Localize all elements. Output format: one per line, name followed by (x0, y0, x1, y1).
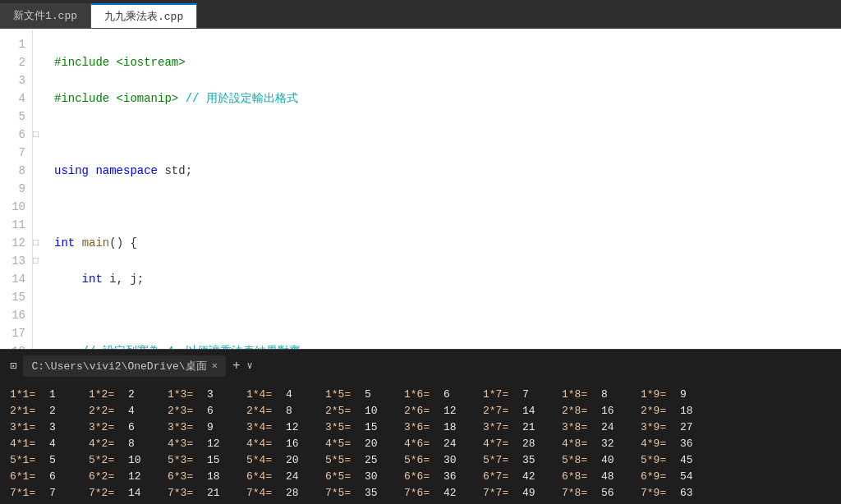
term-cell-val: 18 (443, 419, 483, 436)
term-cell-label: 3*2= (89, 419, 128, 436)
term-cell-val: 36 (443, 469, 483, 485)
term-cell-val: 45 (680, 452, 719, 469)
term-cell-val: 32 (601, 436, 641, 452)
term-cell-label: 6*5= (325, 469, 365, 485)
code-line-2: #include <iomanip> // 用於設定輸出格式 (54, 89, 841, 108)
term-cell-label: 3*8= (562, 419, 601, 436)
term-cell-val: 3 (207, 387, 246, 403)
term-cell-val: 7 (522, 387, 562, 403)
line-numbers: 12345 678910 1112131415 1617181920 21 (0, 29, 33, 349)
term-cell-val: 42 (443, 485, 483, 502)
term-cell-label: 2*8= (562, 403, 601, 419)
term-cell-label: 3*5= (325, 419, 365, 436)
term-cell-val: 14 (522, 403, 562, 419)
term-cell-label: 5*7= (483, 452, 522, 469)
term-cell-label: 7*8= (562, 485, 601, 502)
term-cell-val: 24 (443, 436, 483, 452)
term-cell-val: 7 (49, 485, 89, 502)
term-cell-val: 5 (49, 452, 89, 469)
term-cell-label: 2*7= (483, 403, 522, 419)
term-cell-val: 63 (680, 485, 719, 502)
term-cell-val: 42 (522, 469, 562, 485)
fold-13[interactable]: □ (33, 252, 48, 270)
term-cell-val: 30 (365, 469, 404, 485)
term-cell-label: 2*9= (641, 403, 680, 419)
term-cell-val: 6 (128, 419, 168, 436)
term-cell-label: 4*1= (10, 436, 49, 452)
term-cell-val: 2 (128, 387, 168, 403)
term-cell-val: 35 (522, 452, 562, 469)
fold-6[interactable]: □ (33, 126, 48, 144)
tab-label: 新文件1.cpp (13, 8, 77, 23)
term-cell-label: 6*6= (404, 469, 443, 485)
tab-bar: 新文件1.cpp 九九乘法表.cpp (0, 0, 841, 29)
term-cell-label: 5*1= (10, 452, 49, 469)
term-cell-val: 8 (128, 436, 168, 452)
term-cell-val: 12 (286, 419, 325, 436)
tab-xin-wenjian[interactable]: 新文件1.cpp (0, 3, 91, 28)
terminal-close-button[interactable]: ✕ (212, 360, 218, 372)
term-cell-label: 1*1= (10, 387, 49, 403)
term-cell-label: 2*6= (404, 403, 443, 419)
term-cell-label: 1*8= (562, 387, 601, 403)
code-line-5 (54, 198, 841, 216)
term-cell-label: 3*6= (404, 419, 443, 436)
terminal-bar: ⊡ C:\Users\vivi2\OneDrive\桌面 ✕ + ∨ (0, 349, 841, 382)
term-cell-val: 27 (680, 419, 719, 436)
term-cell-val: 16 (286, 436, 325, 452)
term-cell-val: 35 (365, 485, 404, 502)
term-cell-label: 4*6= (404, 436, 443, 452)
term-cell-val: 18 (207, 469, 246, 485)
term-cell-val: 4 (49, 436, 89, 452)
code-line-7: int i, j; (54, 270, 841, 288)
terminal-tab[interactable]: C:\Users\vivi2\OneDrive\桌面 ✕ (23, 355, 225, 377)
code-line-9: // 設定列寬為 4，以便讓乘法表結果對齊 (54, 342, 841, 349)
term-cell-label: 7*1= (10, 485, 49, 502)
term-cell-label: 1*7= (483, 387, 522, 403)
term-cell-val: 10 (128, 452, 168, 469)
term-cell-label: 6*1= (10, 469, 49, 485)
term-cell-label: 6*2= (89, 469, 128, 485)
term-cell-label: 2*2= (89, 403, 128, 419)
term-cell-val: 25 (365, 452, 404, 469)
fold-gutter: □ □ □ (33, 29, 48, 349)
term-cell-val: 16 (601, 403, 641, 419)
term-cell-label: 7*7= (483, 485, 522, 502)
term-cell-val: 48 (601, 469, 641, 485)
tab-jiujiu[interactable]: 九九乘法表.cpp (91, 3, 197, 28)
term-cell-val: 10 (365, 403, 404, 419)
term-cell-val: 2 (49, 403, 89, 419)
terminal-row: 3*1=33*2=63*3=93*4=123*5=153*6=183*7=213… (10, 419, 831, 436)
term-cell-label: 3*9= (641, 419, 680, 436)
term-cell-label: 3*1= (10, 419, 49, 436)
term-cell-label: 4*5= (325, 436, 365, 452)
terminal-output: 1*1=11*2=21*3=31*4=41*5=51*6=61*7=71*8=8… (0, 382, 841, 504)
terminal-dropdown-button[interactable]: ∨ (247, 360, 253, 372)
terminal-add-button[interactable]: + (232, 359, 241, 373)
term-cell-label: 1*6= (404, 387, 443, 403)
term-cell-label: 5*2= (89, 452, 128, 469)
term-cell-label: 2*3= (168, 403, 207, 419)
term-cell-val: 24 (286, 469, 325, 485)
term-cell-val: 24 (601, 419, 641, 436)
term-cell-val: 6 (207, 403, 246, 419)
term-cell-label: 5*3= (168, 452, 207, 469)
fold-12[interactable]: □ (33, 234, 48, 252)
terminal-row: 7*1=77*2=147*3=217*4=287*5=357*6=427*7=4… (10, 485, 831, 502)
term-cell-label: 2*5= (325, 403, 365, 419)
term-cell-val: 6 (49, 469, 89, 485)
term-cell-val: 14 (128, 485, 168, 502)
term-cell-val: 1 (49, 387, 89, 403)
terminal-row: 2*1=22*2=42*3=62*4=82*5=102*6=122*7=142*… (10, 403, 831, 419)
term-cell-val: 36 (680, 436, 719, 452)
term-cell-label: 1*5= (325, 387, 365, 403)
term-cell-val: 21 (522, 419, 562, 436)
term-cell-label: 7*6= (404, 485, 443, 502)
code-line-6: int main() { (54, 234, 841, 252)
term-cell-val: 4 (286, 387, 325, 403)
term-cell-val: 18 (680, 403, 719, 419)
code-area[interactable]: #include <iostream> #include <iomanip> /… (48, 29, 841, 349)
terminal-row: 5*1=55*2=105*3=155*4=205*5=255*6=305*7=3… (10, 452, 831, 469)
term-cell-val: 20 (365, 436, 404, 452)
term-cell-label: 5*6= (404, 452, 443, 469)
